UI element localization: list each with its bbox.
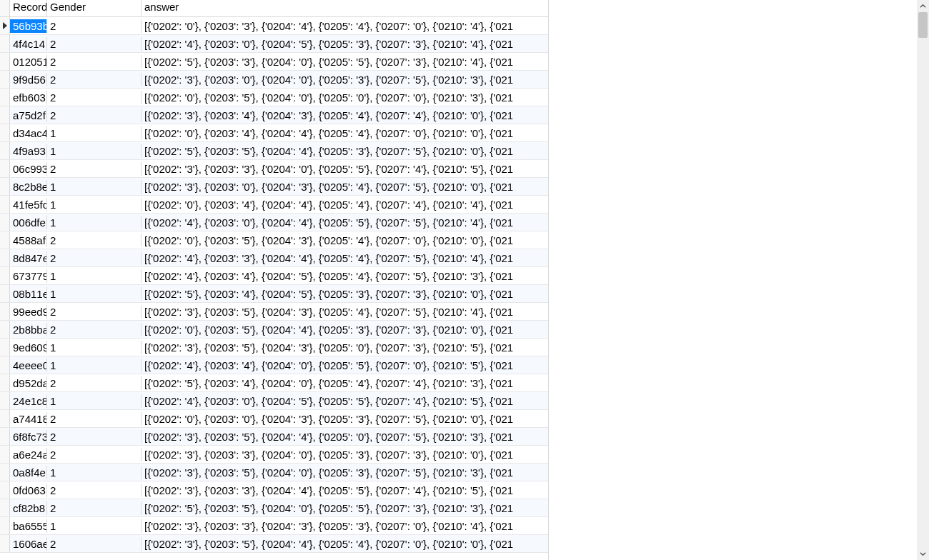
cell-gender[interactable]: 2 — [47, 162, 141, 176]
cell-record[interactable]: 1606ae — [10, 537, 47, 551]
cell-record[interactable]: ba6555 — [10, 519, 47, 533]
table-row[interactable]: 8d847e2[{'0202': '4'}, {'0203': '3'}, {'… — [0, 249, 548, 267]
cell-record[interactable]: 41fe5fc — [10, 198, 47, 211]
cell-record[interactable]: d952da — [10, 376, 47, 390]
cell-gender[interactable]: 1 — [47, 269, 141, 283]
cell-gender[interactable]: 2 — [47, 73, 141, 86]
cell-answer[interactable]: [{'0202': '5'}, {'0203': '4'}, {'0204': … — [141, 287, 548, 301]
cell-record[interactable]: 9f9d56 — [10, 73, 47, 86]
cell-gender[interactable]: 2 — [47, 305, 141, 319]
cell-record[interactable]: a75d2f — [10, 109, 47, 122]
cell-record[interactable]: 673779 — [10, 269, 47, 283]
cell-gender[interactable]: 1 — [47, 126, 141, 140]
cell-record[interactable]: 4eeee0 — [10, 359, 47, 372]
table-row[interactable]: 4f9a931[{'0202': '5'}, {'0203': '5'}, {'… — [0, 142, 548, 160]
cell-gender[interactable]: 2 — [47, 37, 141, 51]
cell-record[interactable]: a6e24a — [10, 448, 47, 461]
table-row[interactable]: 9ed6091[{'0202': '3'}, {'0203': '5'}, {'… — [0, 339, 548, 356]
cell-answer[interactable]: [{'0202': '0'}, {'0203': '5'}, {'0204': … — [141, 91, 548, 104]
cell-answer[interactable]: [{'0202': '3'}, {'0203': '5'}, {'0204': … — [141, 305, 548, 319]
cell-gender[interactable]: 1 — [47, 287, 141, 301]
cell-answer[interactable]: [{'0202': '4'}, {'0203': '0'}, {'0204': … — [141, 37, 548, 51]
cell-record[interactable]: 0a8f4e — [10, 466, 47, 479]
cell-answer[interactable]: [{'0202': '4'}, {'0203': '0'}, {'0204': … — [141, 216, 548, 229]
cell-gender[interactable]: 2 — [47, 19, 141, 33]
cell-record[interactable]: 08b11e — [10, 287, 47, 301]
table-row[interactable]: 9f9d562[{'0202': '3'}, {'0203': '0'}, {'… — [0, 71, 548, 89]
column-header-record[interactable]: Record — [10, 0, 47, 16]
cell-answer[interactable]: [{'0202': '5'}, {'0203': '4'}, {'0204': … — [141, 376, 548, 390]
cell-answer[interactable]: [{'0202': '3'}, {'0203': '4'}, {'0204': … — [141, 109, 548, 122]
table-row[interactable]: 2b8bba2[{'0202': '0'}, {'0203': '5'}, {'… — [0, 321, 548, 339]
cell-gender[interactable]: 2 — [47, 537, 141, 551]
cell-record[interactable]: 006dfe — [10, 216, 47, 229]
vertical-scrollbar[interactable] — [917, 0, 929, 560]
cell-answer[interactable]: [{'0202': '4'}, {'0203': '0'}, {'0204': … — [141, 394, 548, 408]
column-header-gender[interactable]: Gender — [47, 0, 141, 16]
cell-gender[interactable]: 2 — [47, 430, 141, 444]
scroll-down-button[interactable] — [917, 548, 929, 560]
table-row[interactable]: a744182[{'0202': '0'}, {'0203': '0'}, {'… — [0, 410, 548, 428]
cell-record[interactable]: 99eed9 — [10, 305, 47, 319]
cell-record[interactable]: 4f9a93 — [10, 144, 47, 158]
cell-record[interactable]: 8c2b8e — [10, 180, 47, 194]
table-row[interactable]: 24e1c81[{'0202': '4'}, {'0203': '0'}, {'… — [0, 392, 548, 410]
cell-answer[interactable]: [{'0202': '0'}, {'0203': '4'}, {'0204': … — [141, 126, 548, 140]
table-row[interactable]: 8c2b8e1[{'0202': '3'}, {'0203': '0'}, {'… — [0, 178, 548, 196]
scroll-thumb[interactable] — [918, 12, 928, 38]
data-grid[interactable]: Record Gender answer 56b93b2[{'0202': '0… — [0, 0, 549, 560]
table-row[interactable]: 0120512[{'0202': '5'}, {'0203': '3'}, {'… — [0, 53, 548, 71]
table-row[interactable]: 4f4c142[{'0202': '4'}, {'0203': '0'}, {'… — [0, 35, 548, 53]
cell-answer[interactable]: [{'0202': '3'}, {'0203': '3'}, {'0204': … — [141, 448, 548, 461]
cell-record[interactable]: 24e1c8 — [10, 394, 47, 408]
cell-answer[interactable]: [{'0202': '3'}, {'0203': '0'}, {'0204': … — [141, 73, 548, 86]
cell-answer[interactable]: [{'0202': '0'}, {'0203': '4'}, {'0204': … — [141, 198, 548, 211]
table-row[interactable]: a75d2f2[{'0202': '3'}, {'0203': '4'}, {'… — [0, 106, 548, 124]
cell-answer[interactable]: [{'0202': '3'}, {'0203': '3'}, {'0204': … — [141, 484, 548, 497]
cell-gender[interactable]: 2 — [47, 251, 141, 265]
cell-record[interactable]: 9ed609 — [10, 341, 47, 354]
cell-record[interactable]: 56b93b — [10, 19, 47, 33]
cell-gender[interactable]: 2 — [47, 501, 141, 515]
cell-gender[interactable]: 2 — [47, 412, 141, 426]
cell-record[interactable]: 06c993 — [10, 162, 47, 176]
cell-answer[interactable]: [{'0202': '5'}, {'0203': '3'}, {'0204': … — [141, 55, 548, 69]
cell-answer[interactable]: [{'0202': '3'}, {'0203': '5'}, {'0204': … — [141, 537, 548, 551]
cell-answer[interactable]: [{'0202': '0'}, {'0203': '5'}, {'0204': … — [141, 323, 548, 336]
table-row[interactable]: 006dfe1[{'0202': '4'}, {'0203': '0'}, {'… — [0, 214, 548, 231]
cell-gender[interactable]: 2 — [47, 484, 141, 497]
table-row[interactable]: 99eed92[{'0202': '3'}, {'0203': '5'}, {'… — [0, 303, 548, 321]
table-row[interactable]: ba65551[{'0202': '3'}, {'0203': '3'}, {'… — [0, 517, 548, 535]
table-row[interactable]: d34ac41[{'0202': '0'}, {'0203': '4'}, {'… — [0, 124, 548, 142]
cell-record[interactable]: 4f4c14 — [10, 37, 47, 51]
cell-gender[interactable]: 2 — [47, 109, 141, 122]
cell-gender[interactable]: 1 — [47, 341, 141, 354]
table-row[interactable]: d952da2[{'0202': '5'}, {'0203': '4'}, {'… — [0, 374, 548, 392]
cell-answer[interactable]: [{'0202': '3'}, {'0203': '5'}, {'0204': … — [141, 341, 548, 354]
cell-answer[interactable]: [{'0202': '3'}, {'0203': '3'}, {'0204': … — [141, 519, 548, 533]
cell-answer[interactable]: [{'0202': '3'}, {'0203': '0'}, {'0204': … — [141, 180, 548, 194]
cell-gender[interactable]: 1 — [47, 144, 141, 158]
cell-gender[interactable]: 1 — [47, 198, 141, 211]
cell-answer[interactable]: [{'0202': '3'}, {'0203': '5'}, {'0204': … — [141, 430, 548, 444]
cell-gender[interactable]: 2 — [47, 234, 141, 247]
table-row[interactable]: 4588af2[{'0202': '0'}, {'0203': '5'}, {'… — [0, 231, 548, 249]
cell-gender[interactable]: 1 — [47, 359, 141, 372]
cell-gender[interactable]: 2 — [47, 55, 141, 69]
cell-gender[interactable]: 1 — [47, 180, 141, 194]
table-row[interactable]: efb6032[{'0202': '0'}, {'0203': '5'}, {'… — [0, 89, 548, 106]
cell-record[interactable]: d34ac4 — [10, 126, 47, 140]
cell-answer[interactable]: [{'0202': '4'}, {'0203': '4'}, {'0204': … — [141, 359, 548, 372]
cell-gender[interactable]: 2 — [47, 91, 141, 104]
cell-record[interactable]: 012051 — [10, 55, 47, 69]
cell-record[interactable]: 8d847e — [10, 251, 47, 265]
cell-gender[interactable]: 1 — [47, 394, 141, 408]
cell-answer[interactable]: [{'0202': '5'}, {'0203': '5'}, {'0204': … — [141, 501, 548, 515]
cell-record[interactable]: 0fd063 — [10, 484, 47, 497]
scroll-up-button[interactable] — [917, 0, 929, 12]
cell-record[interactable]: a74418 — [10, 412, 47, 426]
cell-record[interactable]: 6f8fc73 — [10, 430, 47, 444]
cell-record[interactable]: 2b8bba — [10, 323, 47, 336]
table-row[interactable]: 56b93b2[{'0202': '0'}, {'0203': '3'}, {'… — [0, 17, 548, 35]
cell-answer[interactable]: [{'0202': '0'}, {'0203': '0'}, {'0204': … — [141, 412, 548, 426]
